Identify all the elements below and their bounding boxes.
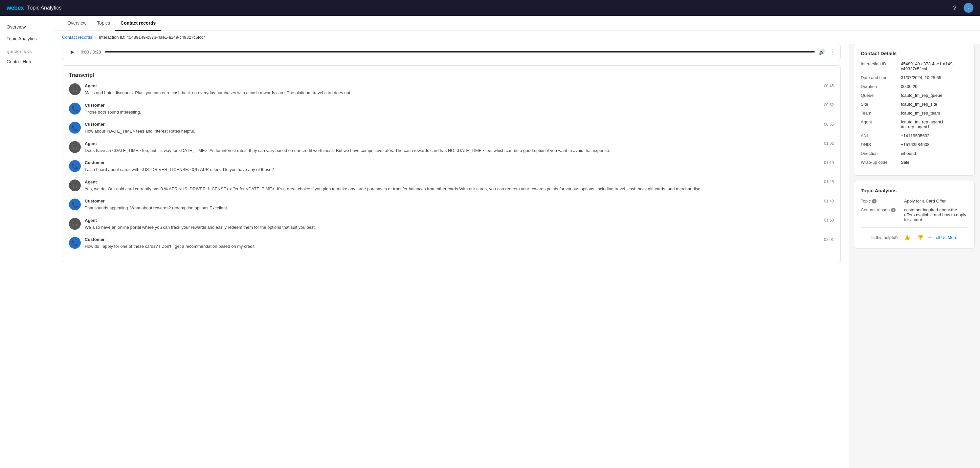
detail-row-wrapup-code: Wrap-up code Sale xyxy=(861,160,968,165)
entry-text: Those both sound interesting. xyxy=(85,109,834,116)
avatar-customer: 📞 xyxy=(69,122,81,133)
transcript-entry: 📞 Customer 02:01 How do I apply for one … xyxy=(69,237,834,250)
detail-row-date-time: Date and time 31/07/2024, 10:25:55 xyxy=(861,75,968,80)
entry-content: Customer 00:52 Those both sound interest… xyxy=(85,103,834,116)
detail-row-queue: Queue fcauto_tm_rep_queue xyxy=(861,93,968,98)
entry-text: Does have an <DATE_TIME> fee, but it's w… xyxy=(85,148,834,154)
entry-content: Customer 02:01 How do I apply for one of… xyxy=(85,237,834,250)
entry-text: I also heard about cards with <US_DRIVER… xyxy=(85,167,834,173)
contact-reason-row: Contact reason i customer inquired about… xyxy=(861,208,968,222)
avatar-agent: 🎧 xyxy=(69,218,81,230)
detail-label: Queue xyxy=(861,93,897,98)
breadcrumb-separator: › xyxy=(95,35,96,40)
entry-header: Customer 01:40 xyxy=(85,198,834,203)
thumbs-up-button[interactable]: 👍 xyxy=(902,233,912,242)
avatar-customer: 📞 xyxy=(69,237,81,249)
sidebar-item-topic-analytics[interactable]: Topic Analytics xyxy=(0,33,54,44)
transcript-entry: 📞 Customer 00:52 Those both sound intere… xyxy=(69,103,834,116)
entry-content: Agent 00:45 Mails and hotel discounts. P… xyxy=(85,83,834,96)
contact-details-title: Contact Details xyxy=(861,51,968,56)
contact-reason-info-icon[interactable]: i xyxy=(891,208,896,213)
detail-label: Site xyxy=(861,102,897,107)
avatar-customer: 📞 xyxy=(69,160,81,172)
entry-header: Agent 01:53 xyxy=(85,218,834,223)
detail-row-team: Team fcauto_tm_rep_team xyxy=(861,111,968,116)
entry-time: 02:01 xyxy=(824,237,834,242)
contact-details-card: Contact Details Interaction ID 45489149-… xyxy=(854,44,975,176)
entry-time: 01:53 xyxy=(824,218,834,222)
avatar-customer: 📞 xyxy=(69,198,81,210)
transcript-entry: 🎧 Agent 01:53 We also have an online por… xyxy=(69,218,834,231)
avatar-agent: 🎧 xyxy=(69,83,81,95)
top-nav: webex Topic Analytics ? - xyxy=(0,0,980,16)
entry-time: 00:52 xyxy=(824,103,834,107)
entry-header: Customer 00:55 xyxy=(85,122,834,127)
topic-info-icon[interactable]: i xyxy=(872,199,877,203)
detail-row-site: Site fcauto_tm_rep_site xyxy=(861,102,968,107)
contact-reason-label-text: Contact reason xyxy=(861,208,890,213)
entry-role: Agent xyxy=(85,83,97,88)
tabs-bar: Overview Topics Contact records xyxy=(54,16,980,31)
entry-role: Agent xyxy=(85,218,97,223)
divider xyxy=(861,227,968,228)
detail-label: Direction xyxy=(861,151,897,156)
detail-value: fcauto_tm_rep_team xyxy=(901,111,968,116)
breadcrumb-current: Interaction ID: 45489149-c373-4ae1-a149-… xyxy=(99,35,206,40)
detail-value: Sale xyxy=(901,160,968,165)
volume-button[interactable]: 🔊 xyxy=(819,49,825,55)
topic-value: Apply for a Card Offer xyxy=(904,198,968,203)
tell-us-more-button[interactable]: ✏ Tell Us More xyxy=(929,235,957,240)
detail-value: inbound xyxy=(901,151,968,156)
avatar-agent: 🎧 xyxy=(69,179,81,191)
detail-value: fcauto_tm_rep_site xyxy=(901,102,968,107)
detail-value: fcauto_tm_rep_queue xyxy=(901,93,968,98)
tab-contact-records[interactable]: Contact records xyxy=(115,16,161,31)
entry-header: Customer 01:19 xyxy=(85,160,834,165)
entry-text: How about <DATE_TIME> fees and interest … xyxy=(85,128,834,135)
transcript-entry: 📞 Customer 01:19 I also heard about card… xyxy=(69,160,834,173)
transcript-card: Transcript 🎧 Agent 00:45 Mails and hotel… xyxy=(62,65,841,263)
sidebar-item-control-hub[interactable]: Control Hub xyxy=(0,56,54,68)
thumbs-down-button[interactable]: 👎 xyxy=(916,233,925,242)
entry-header: Agent 01:02 xyxy=(85,141,834,146)
detail-value: 45489149-c373-4ae1-a149-c49327c5fcc4 xyxy=(901,61,968,71)
entry-content: Agent 01:02 Does have an <DATE_TIME> fee… xyxy=(85,141,834,154)
entry-text: How do I apply for one of these cards? I… xyxy=(85,243,834,250)
topic-label: Topic i xyxy=(861,198,900,203)
detail-label: DNIS xyxy=(861,142,897,147)
entry-header: Agent 01:28 xyxy=(85,179,834,184)
entry-header: Agent 00:45 xyxy=(85,83,834,88)
avatar-customer: 📞 xyxy=(69,103,81,114)
detail-value: +14119505632 xyxy=(901,133,968,138)
audio-progress-bar[interactable] xyxy=(105,51,815,52)
entry-role: Customer xyxy=(85,122,105,127)
detail-row-duration: Duration 00:00:29 xyxy=(861,84,968,89)
sidebar-item-overview[interactable]: Overview xyxy=(0,21,54,33)
top-nav-right: ? - xyxy=(950,3,974,13)
tab-overview[interactable]: Overview xyxy=(62,16,92,31)
entry-header: Customer 00:52 xyxy=(85,103,834,108)
play-button[interactable]: ▶ xyxy=(68,47,77,56)
user-menu-button[interactable]: - xyxy=(964,3,974,13)
transcript-entry: 🎧 Agent 01:02 Does have an <DATE_TIME> f… xyxy=(69,141,834,154)
detail-label: ANI xyxy=(861,133,897,138)
entry-time: 00:55 xyxy=(824,122,834,127)
entry-time: 01:40 xyxy=(824,199,834,203)
transcript-entry: 🎧 Agent 00:45 Mails and hotel discounts.… xyxy=(69,83,834,96)
entry-time: 01:02 xyxy=(824,141,834,146)
help-button[interactable]: ? xyxy=(950,3,959,13)
tab-topics[interactable]: Topics xyxy=(92,16,115,31)
audio-time: 0:00 / 0:28 xyxy=(81,49,101,54)
audio-player: ▶ 0:00 / 0:28 🔊 ⋮ xyxy=(62,44,841,60)
entry-role: Customer xyxy=(85,198,105,203)
transcript-entry: 📞 Customer 00:55 How about <DATE_TIME> f… xyxy=(69,122,834,135)
entry-text: We also have an online portal where you … xyxy=(85,224,834,231)
entry-content: Customer 01:40 That sounds appealing. Wh… xyxy=(85,198,834,211)
breadcrumb-link[interactable]: Contact records xyxy=(62,35,92,40)
more-options-button[interactable]: ⋮ xyxy=(829,48,835,56)
entry-role: Customer xyxy=(85,103,105,108)
top-nav-left: webex Topic Analytics xyxy=(6,5,61,11)
app-title: Topic Analytics xyxy=(27,5,62,11)
entry-text: Mails and hotel discounts. Plus, you can… xyxy=(85,90,834,96)
detail-label: Agent xyxy=(861,119,897,124)
